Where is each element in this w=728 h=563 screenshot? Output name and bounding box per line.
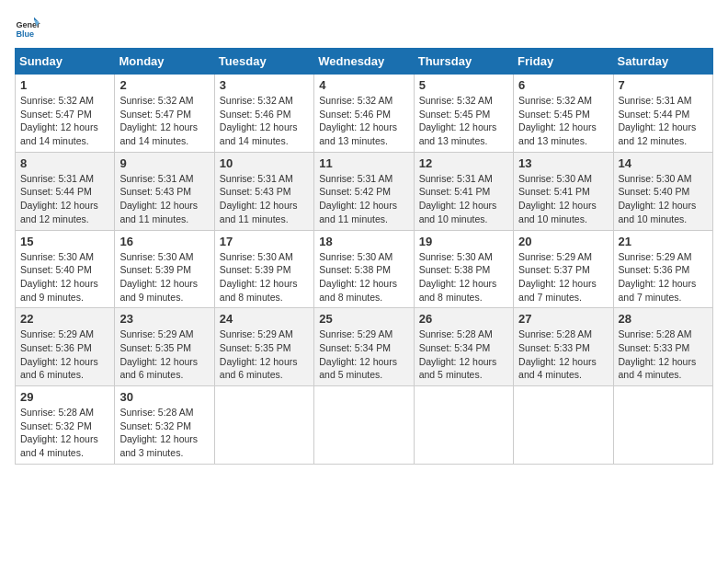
calendar-week-5: 29 Sunrise: 5:28 AM Sunset: 5:32 PM Dayl… — [16, 386, 713, 465]
day-number: 11 — [319, 156, 408, 170]
day-info: Sunrise: 5:29 AM Sunset: 5:35 PM Dayligh… — [119, 327, 209, 382]
day-info: Sunrise: 5:30 AM Sunset: 5:40 PM Dayligh… — [20, 250, 109, 304]
calendar-header: SundayMondayTuesdayWednesdayThursdayFrid… — [16, 49, 713, 75]
calendar-cell: 11 Sunrise: 5:31 AM Sunset: 5:42 PM Dayl… — [314, 152, 414, 230]
day-number: 29 — [20, 390, 109, 404]
daylight-label: Daylight: 12 hours and 11 minutes. — [119, 200, 198, 224]
daylight-label: Daylight: 12 hours and 6 minutes. — [20, 356, 98, 381]
calendar-cell: 20 Sunrise: 5:29 AM Sunset: 5:37 PM Dayl… — [514, 230, 613, 308]
day-info: Sunrise: 5:32 AM Sunset: 5:46 PM Dayligh… — [319, 94, 408, 148]
sunset-label: Sunset: 5:45 PM — [419, 109, 491, 120]
calendar-cell: 16 Sunrise: 5:30 AM Sunset: 5:39 PM Dayl… — [115, 230, 214, 308]
calendar-week-4: 22 Sunrise: 5:29 AM Sunset: 5:36 PM Dayl… — [16, 308, 713, 386]
sunset-label: Sunset: 5:46 PM — [319, 109, 391, 120]
daylight-label: Daylight: 12 hours and 5 minutes. — [319, 356, 397, 381]
day-info: Sunrise: 5:29 AM Sunset: 5:35 PM Dayligh… — [220, 327, 309, 382]
calendar-cell — [214, 386, 313, 465]
day-info: Sunrise: 5:29 AM Sunset: 5:36 PM Dayligh… — [619, 250, 708, 304]
calendar-cell — [314, 386, 414, 465]
day-info: Sunrise: 5:30 AM Sunset: 5:39 PM Dayligh… — [220, 250, 309, 304]
calendar-cell: 13 Sunrise: 5:30 AM Sunset: 5:41 PM Dayl… — [514, 152, 613, 230]
logo-icon: General Blue — [15, 15, 40, 40]
sunset-label: Sunset: 5:32 PM — [119, 420, 191, 431]
day-info: Sunrise: 5:31 AM Sunset: 5:43 PM Dayligh… — [220, 172, 309, 226]
sunset-label: Sunset: 5:40 PM — [20, 264, 92, 275]
sunrise-label: Sunrise: 5:31 AM — [419, 173, 493, 184]
sunset-label: Sunset: 5:46 PM — [220, 109, 291, 120]
header: General Blue — [15, 15, 713, 40]
day-number: 27 — [518, 312, 608, 326]
day-info: Sunrise: 5:31 AM Sunset: 5:44 PM Dayligh… — [619, 94, 708, 148]
calendar-cell: 10 Sunrise: 5:31 AM Sunset: 5:43 PM Dayl… — [214, 152, 313, 230]
calendar-cell — [514, 386, 613, 465]
daylight-label: Daylight: 12 hours and 11 minutes. — [319, 200, 397, 224]
calendar-table: SundayMondayTuesdayWednesdayThursdayFrid… — [15, 48, 713, 465]
calendar-cell: 14 Sunrise: 5:30 AM Sunset: 5:40 PM Dayl… — [613, 152, 712, 230]
sunrise-label: Sunrise: 5:32 AM — [319, 95, 392, 106]
daylight-label: Daylight: 12 hours and 10 minutes. — [419, 200, 497, 224]
calendar-cell: 27 Sunrise: 5:28 AM Sunset: 5:33 PM Dayl… — [514, 308, 613, 386]
sunrise-label: Sunrise: 5:32 AM — [220, 95, 293, 106]
daylight-label: Daylight: 12 hours and 9 minutes. — [20, 278, 98, 303]
sunrise-label: Sunrise: 5:29 AM — [220, 328, 293, 339]
sunrise-label: Sunrise: 5:32 AM — [419, 95, 493, 106]
calendar-cell: 23 Sunrise: 5:29 AM Sunset: 5:35 PM Dayl… — [115, 308, 214, 386]
sunset-label: Sunset: 5:42 PM — [319, 186, 391, 197]
weekday-header-sunday: Sunday — [16, 49, 115, 75]
day-number: 18 — [319, 235, 408, 248]
daylight-label: Daylight: 12 hours and 3 minutes. — [119, 433, 198, 458]
day-info: Sunrise: 5:29 AM Sunset: 5:36 PM Dayligh… — [20, 327, 109, 382]
calendar-cell: 29 Sunrise: 5:28 AM Sunset: 5:32 PM Dayl… — [16, 386, 115, 465]
day-number: 13 — [518, 156, 608, 170]
sunrise-label: Sunrise: 5:29 AM — [119, 328, 193, 339]
day-info: Sunrise: 5:30 AM Sunset: 5:41 PM Dayligh… — [518, 172, 608, 226]
day-number: 4 — [319, 78, 408, 92]
sunrise-label: Sunrise: 5:31 AM — [619, 95, 692, 106]
sunset-label: Sunset: 5:43 PM — [119, 186, 191, 197]
weekday-header-tuesday: Tuesday — [214, 49, 313, 75]
daylight-label: Daylight: 12 hours and 7 minutes. — [619, 278, 697, 303]
sunrise-label: Sunrise: 5:32 AM — [20, 95, 94, 106]
calendar-cell: 15 Sunrise: 5:30 AM Sunset: 5:40 PM Dayl… — [16, 230, 115, 308]
day-info: Sunrise: 5:30 AM Sunset: 5:40 PM Dayligh… — [619, 172, 708, 226]
sunset-label: Sunset: 5:35 PM — [220, 342, 291, 353]
sunrise-label: Sunrise: 5:31 AM — [119, 173, 193, 184]
sunrise-label: Sunrise: 5:29 AM — [319, 328, 392, 339]
day-number: 12 — [419, 156, 508, 170]
daylight-label: Daylight: 12 hours and 8 minutes. — [419, 278, 497, 303]
calendar-cell — [414, 386, 513, 465]
sunset-label: Sunset: 5:44 PM — [20, 186, 92, 197]
sunset-label: Sunset: 5:47 PM — [20, 109, 92, 120]
sunset-label: Sunset: 5:35 PM — [119, 342, 191, 353]
day-info: Sunrise: 5:31 AM Sunset: 5:41 PM Dayligh… — [419, 172, 508, 226]
calendar-cell — [613, 386, 712, 465]
calendar-cell: 30 Sunrise: 5:28 AM Sunset: 5:32 PM Dayl… — [115, 386, 214, 465]
daylight-label: Daylight: 12 hours and 6 minutes. — [119, 356, 198, 381]
day-info: Sunrise: 5:28 AM Sunset: 5:33 PM Dayligh… — [518, 327, 608, 382]
daylight-label: Daylight: 12 hours and 12 minutes. — [20, 200, 98, 224]
day-number: 16 — [119, 235, 209, 248]
sunrise-label: Sunrise: 5:32 AM — [518, 95, 592, 106]
day-number: 6 — [518, 78, 608, 92]
calendar-cell: 3 Sunrise: 5:32 AM Sunset: 5:46 PM Dayli… — [214, 75, 313, 153]
calendar-cell: 9 Sunrise: 5:31 AM Sunset: 5:43 PM Dayli… — [115, 152, 214, 230]
logo: General Blue — [15, 15, 40, 40]
sunset-label: Sunset: 5:33 PM — [619, 342, 690, 353]
daylight-label: Daylight: 12 hours and 12 minutes. — [619, 121, 697, 146]
daylight-label: Daylight: 12 hours and 14 minutes. — [20, 121, 98, 146]
calendar-cell: 2 Sunrise: 5:32 AM Sunset: 5:47 PM Dayli… — [115, 75, 214, 153]
daylight-label: Daylight: 12 hours and 6 minutes. — [220, 356, 298, 381]
day-info: Sunrise: 5:31 AM Sunset: 5:42 PM Dayligh… — [319, 172, 408, 226]
day-number: 8 — [20, 156, 109, 170]
daylight-label: Daylight: 12 hours and 13 minutes. — [518, 121, 597, 146]
sunset-label: Sunset: 5:36 PM — [619, 264, 690, 275]
calendar-cell: 12 Sunrise: 5:31 AM Sunset: 5:41 PM Dayl… — [414, 152, 513, 230]
calendar-cell: 4 Sunrise: 5:32 AM Sunset: 5:46 PM Dayli… — [314, 75, 414, 153]
calendar-cell: 24 Sunrise: 5:29 AM Sunset: 5:35 PM Dayl… — [214, 308, 313, 386]
sunrise-label: Sunrise: 5:30 AM — [119, 251, 193, 262]
sunrise-label: Sunrise: 5:28 AM — [419, 328, 493, 339]
sunset-label: Sunset: 5:38 PM — [319, 264, 391, 275]
sunrise-label: Sunrise: 5:30 AM — [319, 251, 392, 262]
sunrise-label: Sunrise: 5:30 AM — [419, 251, 493, 262]
calendar-cell: 8 Sunrise: 5:31 AM Sunset: 5:44 PM Dayli… — [16, 152, 115, 230]
